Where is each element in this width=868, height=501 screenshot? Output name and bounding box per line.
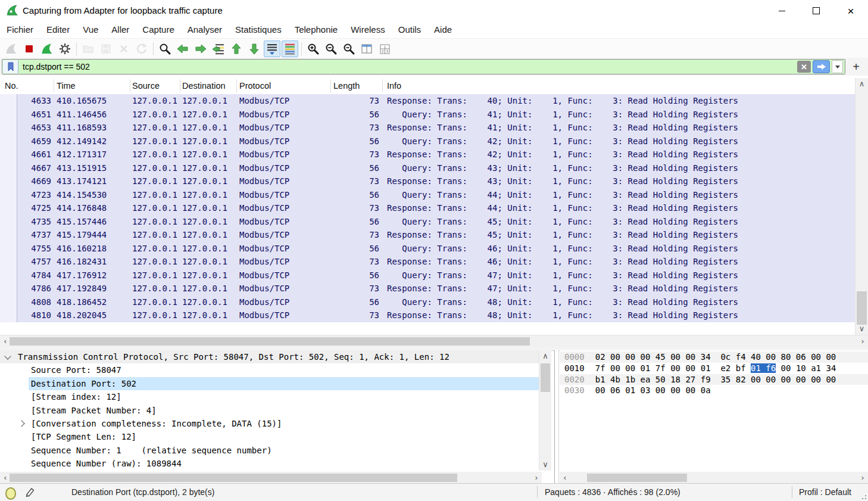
packet-row-4786[interactable]: 4786417.192849127.0.0.1127.0.0.1Modbus/T… <box>0 282 855 295</box>
packet-row-4755[interactable]: 4755416.160218127.0.0.1127.0.0.1Modbus/T… <box>0 242 855 256</box>
go-back-button[interactable] <box>174 41 191 57</box>
scroll-left-icon[interactable]: ‹ <box>1 337 10 346</box>
bytes-hscrollbar[interactable]: ‹ › <box>560 472 868 484</box>
packet-row-4633[interactable]: 4633410.165675127.0.0.1127.0.0.1Modbus/T… <box>0 94 855 108</box>
menu-vue[interactable]: Vue <box>76 21 105 38</box>
column-resize-handle[interactable] <box>180 79 180 92</box>
scroll-down-icon[interactable]: ∨ <box>539 460 551 469</box>
menu-outils[interactable]: Outils <box>392 21 427 38</box>
scroll-down-icon[interactable]: ∨ <box>855 324 868 334</box>
column-header-length[interactable]: Length <box>333 77 360 94</box>
detail-line-0[interactable]: Transmission Control Protocol, Src Port:… <box>0 350 539 363</box>
go-forward-button[interactable] <box>192 41 209 57</box>
filter-history-dropdown[interactable] <box>832 60 843 73</box>
detail-line-5[interactable]: [Conversation completeness: Incomplete, … <box>0 417 539 430</box>
resize-grip[interactable] <box>861 494 866 499</box>
hscroll-thumb[interactable] <box>587 474 687 482</box>
detail-line-3[interactable]: [Stream index: 12] <box>0 390 539 403</box>
capture-comment-icon[interactable] <box>25 487 35 497</box>
hscroll-thumb[interactable] <box>10 474 457 482</box>
packet-row-4735[interactable]: 4735415.157446127.0.0.1127.0.0.1Modbus/T… <box>0 215 855 229</box>
filter-apply-button[interactable] <box>813 60 830 73</box>
packet-row-4659[interactable]: 4659412.149142127.0.0.1127.0.0.1Modbus/T… <box>0 135 855 148</box>
menu-aller[interactable]: Aller <box>105 21 136 38</box>
scroll-left-icon[interactable]: ‹ <box>1 473 10 483</box>
column-header-source[interactable]: Source <box>132 77 160 94</box>
colorize-button[interactable] <box>282 41 298 57</box>
detail-line-2[interactable]: Destination Port: 502 <box>0 377 539 390</box>
close-button[interactable]: × <box>833 0 868 21</box>
filter-add-button[interactable]: + <box>848 60 864 74</box>
expert-info-icon[interactable] <box>5 487 16 500</box>
detail-line-8[interactable]: Sequence Number (raw): 1089844 <box>0 457 539 470</box>
detail-line-1[interactable]: Source Port: 58047 <box>0 363 539 376</box>
scroll-up-icon[interactable]: ∧ <box>855 79 868 89</box>
vscroll-thumb[interactable] <box>541 363 550 392</box>
hscroll-thumb[interactable] <box>10 337 530 346</box>
auto-scroll-button[interactable] <box>264 41 280 57</box>
filter-bookmark-button[interactable] <box>3 60 18 73</box>
go-to-packet-button[interactable] <box>210 41 227 57</box>
column-resize-handle[interactable] <box>330 79 331 92</box>
capture-restart-button[interactable] <box>39 41 55 57</box>
menu-capture[interactable]: Capture <box>136 21 180 38</box>
detail-line-4[interactable]: [Stream Packet Number: 4] <box>0 404 539 417</box>
packet-row-4757[interactable]: 4757416.182431127.0.0.1127.0.0.1Modbus/T… <box>0 255 855 269</box>
packet-row-4669[interactable]: 4669413.174121127.0.0.1127.0.0.1Modbus/T… <box>0 175 855 188</box>
scroll-right-icon[interactable]: › <box>858 473 867 483</box>
hex-row-0000[interactable]: 000002 00 00 00 45 00 00 34 0c f4 40 00 … <box>560 351 868 363</box>
packet-list-hscrollbar[interactable]: ‹ › <box>0 335 868 348</box>
zoom-out-button[interactable] <box>323 41 339 57</box>
packet-list-vscrollbar[interactable]: ∧ ∨ <box>855 78 868 335</box>
menu-telephonie[interactable]: Telephonie <box>288 21 345 38</box>
pane-splitter-vertical[interactable] <box>554 350 559 484</box>
hex-row-0030[interactable]: 003000 06 01 03 00 00 00 0a <box>560 385 868 396</box>
menu-statistiques[interactable]: Statistiques <box>229 21 288 38</box>
packet-row-4810[interactable]: 4810418.202045127.0.0.1127.0.0.1Modbus/T… <box>0 309 855 322</box>
capture-options-button[interactable] <box>57 41 73 57</box>
zoom-original-button[interactable] <box>341 41 357 57</box>
packet-row-4651[interactable]: 4651411.146456127.0.0.1127.0.0.1Modbus/T… <box>0 108 855 122</box>
details-vscrollbar[interactable]: ∧ ∨ <box>539 350 551 471</box>
packet-row-4661[interactable]: 4661412.171317127.0.0.1127.0.0.1Modbus/T… <box>0 148 855 161</box>
go-up-button[interactable] <box>228 41 245 57</box>
menu-analyser[interactable]: Analyser <box>181 21 229 38</box>
menu-editer[interactable]: Editer <box>40 21 76 38</box>
column-resize-handle[interactable] <box>130 79 130 92</box>
scroll-right-icon[interactable]: › <box>532 473 541 483</box>
minimize-button[interactable] <box>764 0 799 21</box>
column-resize-handle[interactable] <box>54 79 54 92</box>
maximize-button[interactable] <box>799 0 833 21</box>
scroll-right-icon[interactable]: › <box>858 337 867 346</box>
go-down-button[interactable] <box>246 41 263 57</box>
packet-row-4725[interactable]: 4725414.176848127.0.0.1127.0.0.1Modbus/T… <box>0 201 855 215</box>
column-header-protocol[interactable]: Protocol <box>239 77 271 94</box>
packet-row-4808[interactable]: 4808418.186452127.0.0.1127.0.0.1Modbus/T… <box>0 295 855 309</box>
packet-row-4653[interactable]: 4653411.168593127.0.0.1127.0.0.1Modbus/T… <box>0 121 855 135</box>
column-header-info[interactable]: Info <box>387 77 401 94</box>
zoom-in-button[interactable] <box>305 41 321 57</box>
menu-wireless[interactable]: Wireless <box>344 21 392 38</box>
packet-row-4784[interactable]: 4784417.176912127.0.0.1127.0.0.1Modbus/T… <box>0 269 855 282</box>
column-header-time[interactable]: Time <box>57 77 76 94</box>
detail-line-7[interactable]: Sequence Number: 1 (relative sequence nu… <box>0 444 539 457</box>
column-resize-handle[interactable] <box>382 79 383 92</box>
column-resize-handle[interactable] <box>236 79 237 92</box>
hex-row-0020[interactable]: 0020b1 4b 1b ea 50 18 27 f9 35 82 00 00 … <box>560 374 868 385</box>
details-hscrollbar[interactable]: ‹ › <box>0 472 542 484</box>
display-filter-input[interactable]: tcp.dstport == 502 ✕ <box>2 59 845 74</box>
menu-aide[interactable]: Aide <box>427 21 458 38</box>
resize-columns-button[interactable] <box>358 41 375 57</box>
scroll-left-icon[interactable]: ‹ <box>561 473 569 483</box>
packet-row-4723[interactable]: 4723414.154530127.0.0.1127.0.0.1Modbus/T… <box>0 188 855 202</box>
column-header-no[interactable]: No. <box>5 77 18 94</box>
scroll-up-icon[interactable]: ∧ <box>539 351 551 361</box>
layout-chooser-button[interactable]: 123 <box>376 41 393 57</box>
menu-fichier[interactable]: Fichier <box>0 21 40 38</box>
hex-row-0010[interactable]: 00107f 00 00 01 7f 00 00 01 e2 bf 01 f6 … <box>560 363 868 374</box>
vscroll-thumb[interactable] <box>857 291 867 325</box>
profile-selector[interactable]: Profil : Default <box>799 484 851 500</box>
column-header-destination[interactable]: Destination <box>182 77 226 94</box>
detail-line-6[interactable]: [TCP Segment Len: 12] <box>0 430 539 443</box>
packet-row-4737[interactable]: 4737415.179444127.0.0.1127.0.0.1Modbus/T… <box>0 228 855 242</box>
